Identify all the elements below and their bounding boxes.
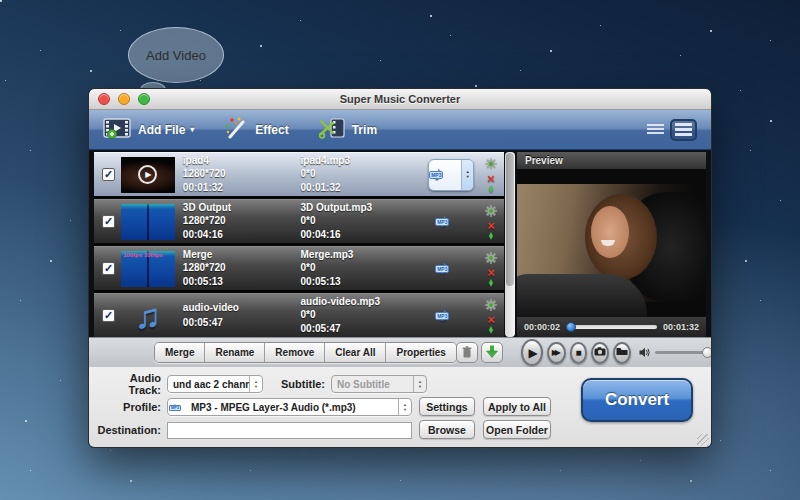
list-view-icon[interactable] — [647, 124, 664, 136]
convert-button[interactable]: Convert — [581, 378, 693, 422]
mp3-format-icon: ♪MP3 — [172, 401, 184, 413]
preview-video — [517, 169, 706, 317]
file-list: ✓ ▶ ipad4 1280*720 00:01:32 ipad4.mp3 0*… — [94, 152, 504, 337]
trash-button[interactable] — [456, 342, 478, 363]
resize-grip[interactable] — [697, 434, 709, 446]
remove-button[interactable]: Remove — [265, 343, 325, 362]
mp3-format-icon[interactable]: ♪MP3 — [439, 304, 463, 328]
file-row[interactable]: ✓ ▶ ipad4 1280*720 00:01:32 ipad4.mp3 0*… — [94, 152, 504, 196]
source-info: Merge 1280*720 00:05:13 — [183, 249, 301, 289]
reorder-arrows-icon[interactable]: ▲▼ — [488, 185, 495, 193]
browse-button[interactable]: Browse — [419, 420, 475, 439]
toolbar: Add File ▾ Effect — [89, 110, 711, 150]
file-name: ipad4 — [183, 155, 301, 168]
play-button[interactable]: ▶ — [521, 339, 543, 366]
merge-button[interactable]: Merge — [155, 343, 205, 362]
output-info: ipad4.mp3 0*0 00:01:32 — [301, 155, 421, 195]
video-frame — [517, 184, 706, 302]
file-row[interactable]: ✓ ♫ audio-video 00:05:47 audio-video.mp3… — [94, 293, 504, 337]
source-info: ipad4 1280*720 00:01:32 — [183, 155, 301, 195]
output-settings-panel: Audio Track: und aac 2 channels ▲▼ Subti… — [89, 367, 711, 448]
output-info: 3D Output.mp3 0*0 00:04:16 — [301, 202, 421, 242]
stop-button[interactable]: ■ — [570, 342, 588, 364]
settings-button[interactable]: Settings — [419, 397, 475, 416]
effect-button[interactable]: Effect — [224, 117, 288, 142]
volume-slider[interactable] — [655, 351, 711, 354]
camera-icon — [594, 347, 606, 358]
file-name: 3D Output — [183, 202, 301, 215]
snapshot-button[interactable] — [591, 342, 609, 364]
format-stepper[interactable]: ▲▼ — [461, 160, 473, 190]
output-duration: 00:01:32 — [301, 182, 421, 195]
profile-select[interactable]: ♪MP3 MP3 - MPEG Layer-3 Audio (*.mp3) ▲▼ — [167, 398, 412, 416]
scissors-icon — [319, 117, 345, 142]
file-list-scrollbar[interactable] — [505, 152, 515, 337]
file-resolution: 1280*720 — [183, 262, 301, 275]
trim-button[interactable]: Trim — [319, 117, 377, 142]
effect-label: Effect — [255, 123, 288, 137]
reorder-arrows-icon[interactable]: ▲▼ — [488, 326, 495, 334]
apply-to-all-button[interactable]: Apply to All — [483, 397, 551, 416]
check-icon: ✓ — [104, 169, 113, 180]
output-name: 3D Output.mp3 — [301, 202, 421, 215]
add-file-button[interactable]: Add File ▾ — [103, 117, 194, 142]
playback-controls: ▶ ▶▶ ■ — [517, 338, 711, 367]
speaker-icon — [639, 344, 651, 362]
output-resolution: 0*0 — [301, 309, 421, 322]
fast-forward-button[interactable]: ▶▶ — [547, 342, 566, 364]
output-duration: 00:04:16 — [301, 229, 421, 242]
output-info: audio-video.mp3 0*0 00:05:47 — [301, 296, 421, 336]
film-add-icon — [103, 117, 131, 142]
open-folder-button[interactable]: Open Folder — [483, 420, 551, 439]
row-checkbox[interactable]: ✓ — [102, 215, 115, 228]
file-duration: 00:04:16 — [183, 229, 301, 242]
output-resolution: 0*0 — [301, 215, 421, 228]
mp3-format-icon[interactable]: ♪MP3 — [439, 257, 463, 281]
audio-track-select[interactable]: und aac 2 channels ▲▼ — [167, 375, 263, 393]
seek-track[interactable] — [566, 325, 657, 329]
window-title: Super Music Converter — [89, 93, 711, 105]
format-select-button[interactable]: ♪MP3 ▲▼ — [428, 159, 474, 191]
output-resolution: 0*0 — [301, 168, 421, 181]
row-checkbox[interactable]: ✓ — [102, 262, 115, 275]
reorder-arrows-icon[interactable]: ▲▼ — [488, 232, 495, 240]
add-file-label: Add File — [138, 123, 185, 137]
clear-all-button[interactable]: Clear All — [325, 343, 386, 362]
mp3-format-icon[interactable]: ♪MP3 — [439, 210, 463, 234]
rename-button[interactable]: Rename — [205, 343, 265, 362]
action-strip: Merge Rename Remove Clear All Properties… — [89, 337, 711, 367]
output-info: Merge.mp3 0*0 00:05:13 — [301, 249, 421, 289]
file-row[interactable]: ✓ 3D Output 1280*720 00:04:16 3D Output.… — [94, 199, 504, 243]
subtitle-value: No Subtitle — [332, 379, 413, 390]
detail-view-icon — [675, 123, 692, 136]
destination-input[interactable] — [167, 422, 412, 439]
profile-label: Profile: — [95, 401, 161, 413]
output-duration: 00:05:47 — [301, 323, 421, 336]
scrollbar-thumb[interactable] — [506, 153, 514, 286]
download-arrow-icon — [486, 344, 498, 362]
open-output-button[interactable] — [613, 342, 631, 364]
profile-value: MP3 - MPEG Layer-3 Audio (*.mp3) — [186, 402, 398, 413]
subtitle-select-disabled: No Subtitle ▲▼ — [331, 375, 427, 393]
row-checkbox[interactable]: ✓ — [102, 309, 115, 322]
folder-icon — [616, 347, 628, 358]
row-checkbox[interactable]: ✓ — [102, 168, 115, 181]
add-video-callout-bubble: Add Video — [128, 27, 224, 83]
check-icon: ✓ — [104, 263, 113, 274]
file-row[interactable]: ✓ Merge 1280*720 00:05:13 Merge.mp3 0*0 … — [94, 246, 504, 290]
seek-bar: 00:00:02 00:01:32 — [517, 317, 706, 337]
stepper-icon: ▲▼ — [249, 376, 262, 392]
reorder-arrows-icon[interactable]: ▲▼ — [488, 279, 495, 287]
subtitle-label: Subtitle: — [277, 378, 325, 390]
view-toggle — [647, 119, 697, 141]
seek-knob[interactable] — [566, 322, 576, 332]
file-resolution: 1280*720 — [183, 215, 301, 228]
properties-button[interactable]: Properties — [386, 343, 455, 362]
stop-icon: ■ — [575, 347, 581, 358]
download-button[interactable] — [481, 342, 503, 363]
volume-knob[interactable] — [702, 347, 712, 358]
main-area: ✓ ▶ ipad4 1280*720 00:01:32 ipad4.mp3 0*… — [89, 150, 711, 337]
detail-view-button-selected[interactable] — [670, 119, 697, 141]
file-duration: 00:05:47 — [183, 317, 301, 330]
total-time: 00:01:32 — [663, 322, 699, 332]
